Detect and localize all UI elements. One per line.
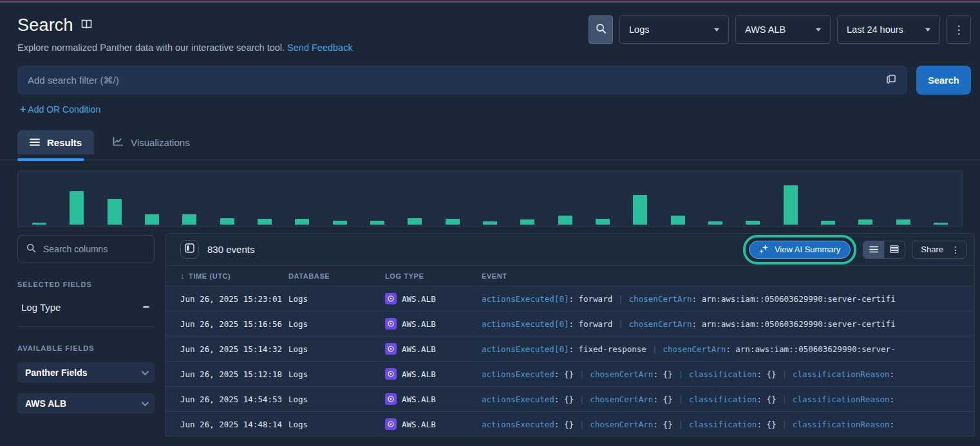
- pipe-separator: |: [776, 395, 793, 404]
- subtitle-text: Explore normalized Panther data with our…: [17, 42, 285, 53]
- column-header-database[interactable]: DATABASE: [288, 272, 385, 280]
- event-value: : {}: [757, 420, 776, 429]
- header-more-button[interactable]: ⋮: [947, 15, 971, 44]
- column-header-logtype[interactable]: LOG TYPE: [385, 272, 482, 280]
- minus-icon[interactable]: −: [142, 301, 149, 313]
- search-columns-input[interactable]: Search columns: [17, 235, 155, 263]
- table-row[interactable]: Jun 26, 2025 15:12:18LogsAWS.ALBactionsE…: [165, 362, 974, 387]
- filter-row: Add search filter (⌘/) Search: [17, 66, 971, 95]
- alb-icon: [385, 393, 397, 405]
- send-feedback-link[interactable]: Send Feedback: [287, 42, 353, 53]
- chevron-down-icon: [714, 28, 719, 32]
- event-value: : arn:aws:iam::050603629990:server-certi…: [692, 319, 896, 329]
- search-columns-placeholder: Search columns: [43, 244, 146, 254]
- event-key: actionsExecuted: [482, 369, 554, 379]
- cell-time: Jun 26, 2025 15:14:32: [165, 344, 288, 354]
- alb-icon: [385, 293, 397, 304]
- header-search-button[interactable]: [589, 15, 613, 44]
- cell-database: Logs: [288, 294, 385, 304]
- histogram-bar: [295, 219, 309, 225]
- field-group-label: Panther Fields: [25, 367, 87, 378]
- fields-sidebar: Search columns SELECTED FIELDS Log Type …: [17, 233, 155, 436]
- histogram-bar: [858, 219, 872, 225]
- table-row[interactable]: Jun 26, 2025 15:14:32LogsAWS.ALBactionsE…: [165, 337, 974, 362]
- histogram[interactable]: [17, 171, 963, 227]
- tab-results[interactable]: Results: [17, 130, 94, 154]
- search-button[interactable]: Search: [916, 66, 971, 95]
- events-count: 830 events: [207, 244, 254, 255]
- cell-time: Jun 26, 2025 15:23:01: [165, 294, 288, 304]
- chevron-down-icon: [142, 368, 149, 375]
- view-toggle-list[interactable]: [863, 241, 884, 258]
- tab-visualizations[interactable]: Visualizations: [100, 130, 202, 154]
- histogram-bar: [821, 221, 835, 225]
- cell-time: Jun 26, 2025 15:16:56: [165, 319, 288, 329]
- histogram-bar: [708, 221, 722, 225]
- event-value: : {}: [653, 420, 672, 429]
- events-panel: 830 events View AI Summary: [165, 233, 975, 436]
- column-header-time[interactable]: ↓ TIME (UTC): [165, 271, 288, 281]
- histogram-bar: [70, 191, 84, 225]
- cell-time: Jun 26, 2025 14:48:14: [165, 420, 288, 429]
- table-row[interactable]: Jun 26, 2025 14:54:53LogsAWS.ALBactionsE…: [165, 387, 974, 412]
- field-group-panther-fields[interactable]: Panther Fields: [17, 362, 155, 383]
- histogram-bar: [784, 185, 798, 225]
- chart-line-icon: [113, 136, 124, 148]
- event-key: classification: [689, 369, 757, 379]
- filter-placeholder: Add search filter (⌘/): [28, 75, 885, 86]
- kebab-icon: ⋮: [954, 24, 965, 35]
- event-key: chosenCertArn: [629, 294, 692, 304]
- event-value: : forward: [569, 319, 612, 329]
- table-row[interactable]: Jun 26, 2025 14:48:14LogsAWS.ALBactionsE…: [165, 412, 974, 436]
- selected-field-label: Log Type: [21, 302, 61, 313]
- selected-field-log-type: Log Type −: [17, 301, 155, 313]
- source-select-value: Logs: [629, 24, 649, 35]
- pipe-separator: |: [574, 420, 590, 429]
- cell-logtype: AWS.ALB: [385, 343, 482, 355]
- histogram-bar: [483, 221, 497, 225]
- view-toggle: [863, 241, 905, 259]
- book-icon[interactable]: [81, 19, 92, 32]
- list-icon: [869, 244, 878, 256]
- add-or-condition-label: Add OR Condition: [28, 104, 100, 115]
- time-range-select[interactable]: Last 24 hours: [837, 15, 940, 44]
- histogram-bar: [596, 219, 610, 225]
- event-value: : arn:aws:iam::050603629990:server-: [726, 344, 895, 354]
- histogram-bar: [746, 221, 760, 225]
- pipe-separator: |: [672, 369, 689, 379]
- share-button[interactable]: Share ⋮: [912, 241, 966, 259]
- cell-logtype: AWS.ALB: [385, 418, 482, 430]
- search-filter-input[interactable]: Add search filter (⌘/): [17, 66, 907, 95]
- event-key: actionsExecuted[0]: [482, 294, 569, 304]
- source-select[interactable]: Logs: [619, 15, 729, 44]
- cell-time: Jun 26, 2025 14:54:53: [165, 395, 288, 404]
- column-header-event[interactable]: EVENT: [482, 272, 974, 280]
- table-row[interactable]: Jun 26, 2025 15:23:01LogsAWS.ALBactionsE…: [165, 286, 974, 311]
- kebab-icon[interactable]: ⋮: [949, 245, 962, 254]
- event-value: :: [890, 369, 895, 379]
- event-key: classificationReason: [793, 395, 890, 404]
- event-key: chosenCertArn: [663, 344, 726, 354]
- view-ai-summary-button[interactable]: View AI Summary: [749, 241, 851, 259]
- event-key: chosenCertArn: [590, 395, 654, 404]
- pipe-separator: |: [574, 369, 590, 379]
- copy-icon[interactable]: [885, 73, 897, 88]
- panel-toggle-button[interactable]: [180, 240, 199, 259]
- table-row[interactable]: Jun 26, 2025 15:16:56LogsAWS.ALBactionsE…: [165, 311, 974, 337]
- app-header: Search Explore normalized Panther data w…: [0, 3, 980, 53]
- logtype-select[interactable]: AWS ALB: [735, 15, 831, 44]
- cell-database: Logs: [288, 344, 385, 354]
- add-or-condition-link[interactable]: + Add OR Condition: [20, 104, 100, 115]
- histogram-bar: [934, 223, 948, 225]
- logtype-label: AWS.ALB: [402, 420, 436, 429]
- field-group-aws-alb[interactable]: AWS ALB: [17, 393, 155, 414]
- search-icon: [596, 23, 607, 37]
- histogram-bar: [896, 219, 910, 225]
- event-value: : arn:aws:iam::050603629990:server-certi…: [692, 294, 896, 304]
- content-row: Search columns SELECTED FIELDS Log Type …: [17, 233, 975, 436]
- column-header-logtype-label: LOG TYPE: [385, 272, 424, 280]
- list-icon: [30, 137, 40, 148]
- sort-down-icon: ↓: [180, 271, 185, 281]
- event-value: : fixed-response: [569, 344, 646, 354]
- view-toggle-table[interactable]: [884, 241, 905, 258]
